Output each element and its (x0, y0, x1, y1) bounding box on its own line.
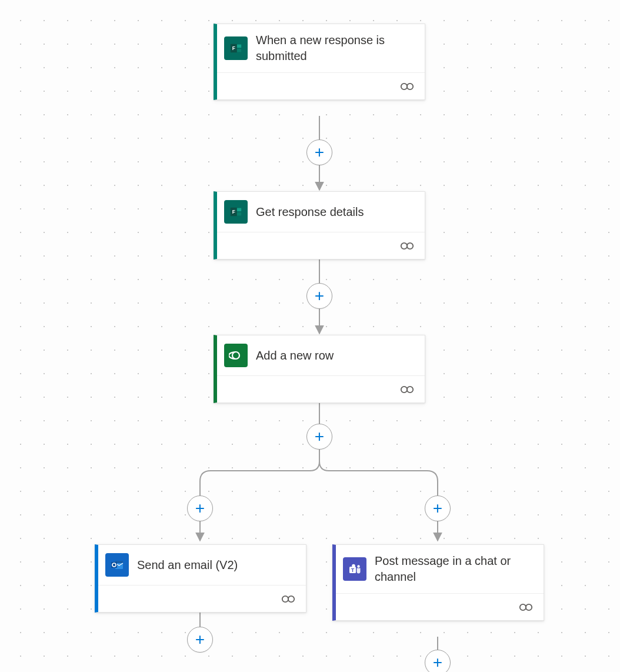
flow-node-add-row[interactable]: Add a new row (214, 335, 425, 403)
flow-node-get-response-details[interactable]: F Get response details (214, 191, 425, 260)
svg-text:F: F (232, 209, 235, 215)
svg-point-10 (401, 242, 407, 248)
add-step-button[interactable]: + (306, 139, 332, 165)
svg-point-25 (526, 604, 532, 610)
svg-point-20 (357, 565, 359, 567)
connection-icon (519, 603, 533, 612)
node-title: Add a new row (256, 348, 334, 364)
svg-text:T: T (351, 567, 355, 573)
svg-point-24 (520, 604, 526, 610)
svg-rect-8 (237, 208, 241, 212)
svg-point-4 (401, 83, 407, 89)
plus-icon: + (315, 428, 324, 445)
connection-icon (400, 82, 414, 91)
dataverse-icon (224, 344, 248, 367)
node-title: Send an email (V2) (137, 557, 238, 573)
svg-point-18 (282, 596, 288, 601)
svg-rect-9 (237, 212, 241, 216)
plus-icon: + (315, 144, 324, 161)
plus-icon: + (433, 654, 442, 671)
flow-node-post-teams-message[interactable]: T Post message in a chat or channel (332, 544, 544, 621)
svg-rect-2 (237, 45, 241, 48)
plus-icon: + (195, 631, 205, 648)
svg-point-5 (407, 83, 413, 89)
add-step-button[interactable]: + (425, 650, 451, 672)
flow-node-trigger[interactable]: F When a new response is submitted (214, 24, 425, 100)
add-step-button[interactable]: + (425, 495, 451, 521)
outlook-icon (105, 553, 129, 577)
flow-node-send-email[interactable]: Send an email (V2) (95, 544, 306, 613)
add-step-button[interactable]: + (187, 627, 213, 653)
add-step-button[interactable]: + (306, 283, 332, 309)
svg-point-19 (288, 596, 294, 601)
add-step-button[interactable]: + (306, 424, 332, 450)
plus-icon: + (195, 500, 205, 517)
node-title: Post message in a chat or channel (375, 553, 534, 585)
plus-icon: + (433, 500, 442, 517)
connection-icon (400, 385, 414, 394)
svg-point-12 (401, 386, 407, 392)
add-step-button[interactable]: + (187, 495, 213, 521)
svg-text:F: F (232, 46, 235, 51)
svg-rect-3 (237, 49, 241, 52)
node-title: Get response details (256, 204, 364, 220)
forms-icon: F (224, 36, 248, 60)
node-title: When a new response is submitted (256, 32, 415, 64)
svg-point-11 (407, 242, 413, 248)
teams-icon: T (343, 557, 366, 581)
plus-icon: + (315, 288, 324, 304)
forms-icon: F (224, 200, 248, 224)
connection-icon (281, 594, 295, 604)
connection-icon (400, 241, 414, 251)
svg-point-13 (407, 386, 413, 392)
